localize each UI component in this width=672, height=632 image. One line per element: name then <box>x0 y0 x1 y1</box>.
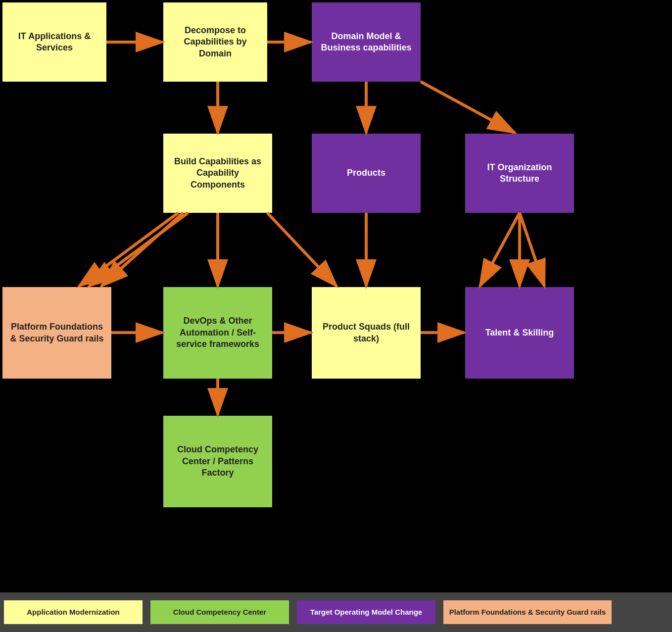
talent-node: Talent & Skilling <box>465 287 574 379</box>
build-capabilities-node: Build Capabilities as Capability Compone… <box>163 134 272 213</box>
domain-model-node: Domain Model & Business capabilities <box>312 2 421 82</box>
it-org-node: IT Organization Structure <box>465 134 574 213</box>
it-applications-node: IT Applications & Services <box>2 2 106 82</box>
products-node: Products <box>312 134 421 213</box>
svg-line-18 <box>89 213 188 286</box>
svg-line-17 <box>79 213 178 286</box>
legend: Application Modernization Cloud Competen… <box>0 592 672 632</box>
svg-line-16 <box>520 213 544 286</box>
legend-app-mod: Application Modernization <box>4 600 143 624</box>
legend-cloud: Cloud Competency Center <box>150 600 289 624</box>
svg-line-8 <box>267 213 336 286</box>
legend-platform: Platform Foundations & Security Guard ra… <box>443 600 612 624</box>
svg-line-5 <box>421 82 515 133</box>
cloud-competency-node: Cloud Competency Center / Patterns Facto… <box>163 416 272 507</box>
platform-foundations-node: Platform Foundations & Security Guard ra… <box>2 287 111 379</box>
product-squads-node: Product Squads (full stack) <box>312 287 421 379</box>
svg-line-6 <box>101 213 183 286</box>
decompose-node: Decompose to Capabilities by Domain <box>163 2 267 82</box>
diagram-arrows <box>0 0 672 544</box>
devops-node: DevOps & Other Automation / Self-service… <box>163 287 272 379</box>
svg-line-15 <box>480 213 520 286</box>
legend-tom: Target Operating Model Change <box>297 600 435 624</box>
